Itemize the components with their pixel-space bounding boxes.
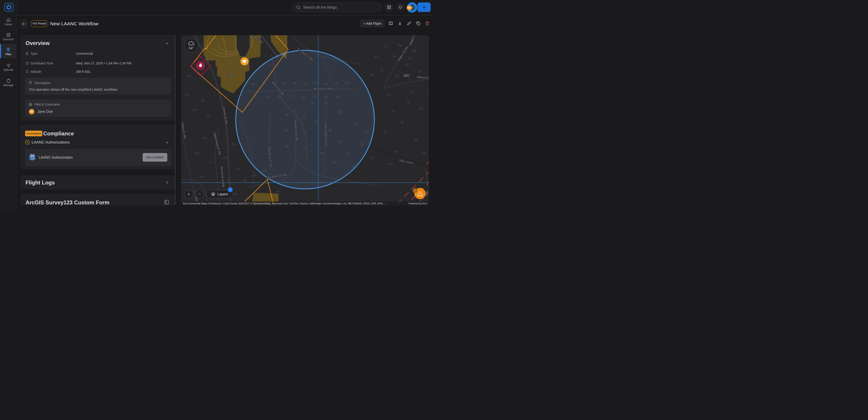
svg-text:200: 200	[228, 73, 234, 77]
svg-text:CONNECTED: CONNECTED	[31, 159, 34, 160]
svg-text:Burfordi Dr SW: Burfordi Dr SW	[314, 87, 332, 90]
svg-text:200: 200	[403, 73, 409, 77]
svg-text:LAANC: LAANC	[29, 158, 35, 160]
